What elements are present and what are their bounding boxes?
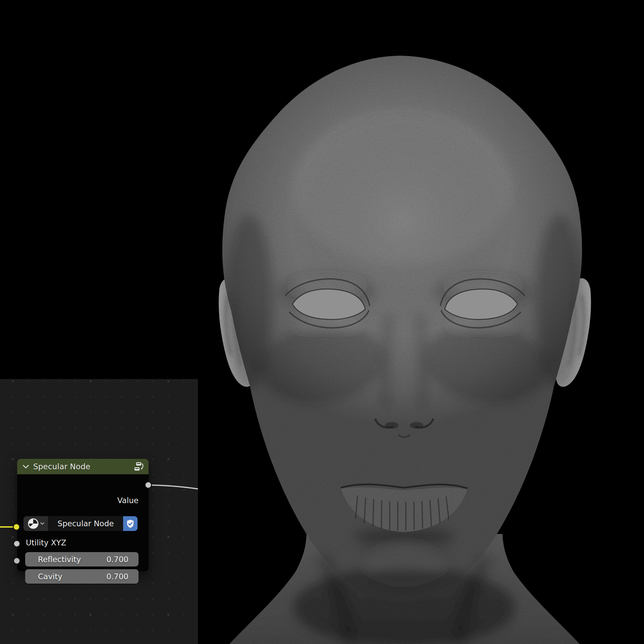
slider-label: Cavity [38,572,62,581]
chevron-down-icon[interactable] [22,465,29,469]
reflectivity-slider[interactable]: Reflectivity 0.700 [25,552,139,567]
node-name-field[interactable]: Specular Node [48,516,123,531]
specular-node[interactable]: Specular Node Value [17,459,149,571]
slider-label: Reflectivity [38,555,81,564]
shield-check-icon [125,519,135,529]
output-wire-value [148,485,198,489]
node-title: Specular Node [33,462,128,471]
head-vignette [222,56,582,602]
chevron-down-icon [40,522,44,525]
node-header[interactable]: Specular Node [17,459,149,474]
shaderball-icon [27,518,39,530]
node-name-row: Specular Node [23,516,138,531]
node-editor-canvas[interactable]: Specular Node Value [0,379,198,644]
blender-screenshot: Specular Node Value [0,0,644,644]
input-label-utility-xyz: Utility XYZ [26,538,66,548]
output-label-value: Value [17,495,139,505]
slider-value: 0.700 [106,555,128,564]
slider-value: 0.700 [106,572,128,581]
material-dropdown-button[interactable] [23,516,48,531]
cavity-slider[interactable]: Cavity 0.700 [25,569,139,584]
node-body: Value Specular Node [17,474,149,571]
node-group-icon [132,462,144,472]
shield-check-button[interactable] [123,516,138,531]
